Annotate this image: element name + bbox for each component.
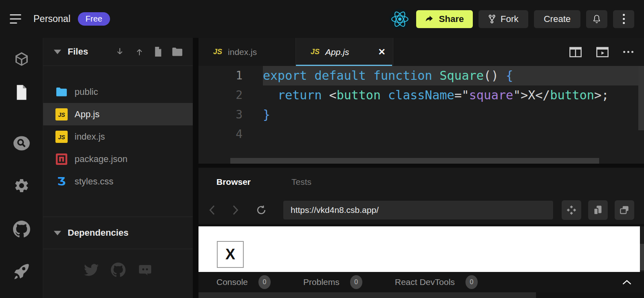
files-section-title: Files [68,46,115,57]
download-icon[interactable] [115,46,125,57]
file-label: package.json [75,154,128,164]
file-item-package-json[interactable]: package.json [43,148,193,170]
split-view-icon[interactable] [569,47,582,57]
url-input[interactable]: https://vkd4n8.csb.app/ [283,201,553,219]
code-text: export default function Square() { [263,66,644,85]
file-label: App.js [75,109,99,120]
devtools-tab-problems[interactable]: Problems0 [303,275,362,289]
js-file-icon: JS [55,131,68,143]
files-panel: Files publicJSApp.jsJSindex. [43,38,193,298]
horizontal-scrollbar[interactable] [230,158,599,164]
github-social-icon[interactable] [111,263,126,277]
editor-tabs: JSindex.jsJSApp.js✕ [198,38,393,66]
editor-tab-index-js[interactable]: JSindex.js [198,38,296,66]
dependencies-section-title: Dependencies [68,228,128,238]
svg-text:Ʒ: Ʒ [57,175,66,188]
responsive-mode-button[interactable] [588,200,608,220]
js-icon: JS [311,48,320,56]
devtools-tab-console[interactable]: Console0 [216,275,271,289]
new-folder-icon[interactable] [172,46,183,57]
bottom-scroll-thumb[interactable] [198,292,536,298]
browser-panel: BrowserTests https://vkd4n8.csb.app/ [198,168,644,298]
line-number: 2 [198,85,263,105]
editor-column: JSindex.jsJSApp.js✕ 1export default func… [198,38,644,298]
editor-tab-App-js[interactable]: JSApp.js✕ [296,38,393,66]
fork-button[interactable]: Fork [479,10,528,28]
svg-text:JS: JS [58,112,65,118]
devices-icon [593,205,603,215]
devtools-tab-react-devtools[interactable]: React DevTools0 [395,275,478,289]
forward-icon[interactable] [232,205,239,215]
code-line: 2 return <button className="square">X</b… [198,85,644,105]
more-options-button[interactable] [613,10,634,28]
github-icon[interactable] [10,218,33,241]
code-line: 3} [198,105,644,125]
browser-tab-browser[interactable]: Browser [216,177,251,187]
count-badge: 0 [350,275,362,289]
open-new-window-button[interactable] [615,200,634,220]
file-list: publicJSApp.jsJSindex.jspackage.jsonƷsty… [43,66,193,193]
fork-icon [488,14,496,24]
deployment-rocket-icon[interactable] [10,260,33,283]
dependencies-section-header[interactable]: Dependencies [43,217,193,249]
sandbox-cube-icon[interactable] [10,48,33,70]
files-explorer-icon[interactable] [10,81,33,104]
plan-badge: Free [78,12,110,26]
npm-file-icon [55,153,68,165]
refresh-icon[interactable] [256,204,267,216]
line-number: 1 [198,66,263,85]
folder-file-icon [55,86,68,98]
top-bar: Personal Free Share [0,0,644,38]
back-icon[interactable] [208,205,216,215]
file-item-styles-css[interactable]: Ʒstyles.css [43,170,193,193]
js-icon: JS [213,48,222,56]
css-file-icon: Ʒ [55,175,68,188]
code-lines: 1export default function Square() {2 ret… [198,66,644,144]
stacked-windows-icon [619,205,630,215]
bell-icon [592,14,602,24]
new-file-icon[interactable] [154,46,163,57]
preview-actions-button[interactable] [562,200,581,220]
menu-icon[interactable] [10,14,22,24]
file-item-App-js[interactable]: JSApp.js [43,103,193,125]
editor-tab-bar: JSindex.jsJSApp.js✕ [198,38,644,66]
twitter-icon[interactable] [84,263,99,277]
files-section-header[interactable]: Files [43,38,193,66]
chevron-down-icon [54,231,61,235]
count-badge: 0 [465,275,478,289]
react-logo-icon [389,9,410,30]
bottom-scroll-track [198,292,644,298]
dev-tools-bar: Console0Problems0React DevTools0 [198,272,644,292]
square-button[interactable]: X [217,241,244,268]
create-button[interactable]: Create [534,10,580,28]
file-label: index.js [75,131,105,142]
file-item-index-js[interactable]: JSindex.js [43,125,193,148]
browser-tab-tests[interactable]: Tests [291,177,311,187]
devtools-tab-label: Console [216,277,248,287]
kebab-menu-icon [623,14,625,24]
count-badge: 0 [258,275,271,289]
code-text: return <button className="square">X</but… [263,85,644,105]
code-editor[interactable]: 1export default function Square() {2 ret… [198,66,644,164]
file-label: public [75,87,98,97]
preview-window-icon[interactable] [596,47,609,57]
settings-gear-icon[interactable] [10,174,33,197]
preview-scrollbar[interactable] [640,226,644,272]
editor-more-icon[interactable] [623,51,633,53]
editor-preview-splitter[interactable] [198,164,644,168]
vertical-scrollbar[interactable] [638,66,644,130]
chevron-up-icon[interactable] [622,279,632,285]
upload-icon[interactable] [134,46,145,57]
search-icon[interactable] [10,132,33,155]
codesandbox-app: Personal Free Share [0,0,644,298]
activity-rail [0,38,43,298]
preview-pane: X [198,224,644,272]
share-button[interactable]: Share [416,10,473,28]
file-label: styles.css [75,176,113,187]
panel-splitter[interactable] [193,38,198,298]
discord-icon[interactable] [138,263,152,277]
close-tab-icon[interactable]: ✕ [378,47,386,57]
line-number: 3 [198,105,263,125]
file-item-public[interactable]: public [43,81,193,103]
notifications-button[interactable] [586,10,607,28]
